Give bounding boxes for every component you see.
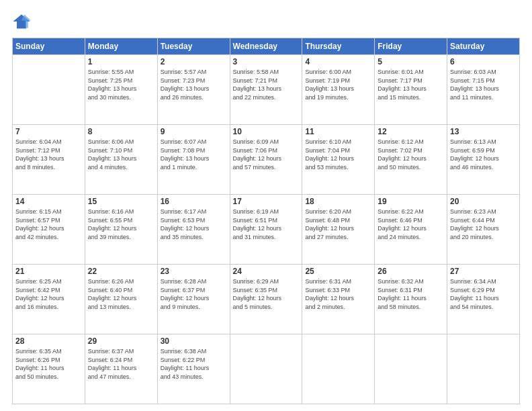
day-info: Sunrise: 6:04 AM Sunset: 7:12 PM Dayligh…	[15, 138, 82, 171]
page: SundayMondayTuesdayWednesdayThursdayFrid…	[0, 0, 532, 411]
calendar-cell	[302, 334, 375, 404]
day-number: 10	[233, 127, 300, 136]
day-info: Sunrise: 6:28 AM Sunset: 6:37 PM Dayligh…	[161, 277, 227, 311]
day-info: Sunrise: 6:16 AM Sunset: 6:55 PM Dayligh…	[88, 208, 154, 241]
calendar-cell: 5Sunrise: 6:01 AM Sunset: 7:17 PM Daylig…	[375, 55, 447, 125]
day-info: Sunrise: 6:13 AM Sunset: 6:59 PM Dayligh…	[450, 138, 517, 171]
day-info: Sunrise: 6:25 AM Sunset: 6:42 PM Dayligh…	[15, 277, 82, 311]
day-number: 29	[88, 336, 154, 346]
header	[12, 12, 520, 31]
day-number: 23	[161, 267, 227, 276]
calendar-cell: 10Sunrise: 6:09 AM Sunset: 7:06 PM Dayli…	[230, 125, 302, 195]
day-info: Sunrise: 6:15 AM Sunset: 6:57 PM Dayligh…	[15, 208, 82, 241]
day-number: 3	[233, 57, 300, 66]
day-number: 21	[15, 267, 82, 276]
calendar-cell: 7Sunrise: 6:04 AM Sunset: 7:12 PM Daylig…	[13, 125, 85, 195]
calendar-cell: 24Sunrise: 6:29 AM Sunset: 6:35 PM Dayli…	[230, 265, 302, 334]
day-number: 25	[305, 267, 371, 276]
day-info: Sunrise: 6:09 AM Sunset: 7:06 PM Dayligh…	[233, 138, 300, 171]
day-number: 28	[15, 336, 82, 346]
day-info: Sunrise: 6:23 AM Sunset: 6:44 PM Dayligh…	[450, 208, 517, 241]
logo	[12, 12, 32, 31]
day-info: Sunrise: 5:55 AM Sunset: 7:25 PM Dayligh…	[88, 68, 154, 101]
calendar-cell: 29Sunrise: 6:37 AM Sunset: 6:24 PM Dayli…	[85, 334, 157, 404]
weekday-header: Saturday	[447, 38, 520, 55]
day-info: Sunrise: 6:31 AM Sunset: 6:33 PM Dayligh…	[305, 277, 371, 311]
day-number: 4	[305, 57, 371, 66]
day-info: Sunrise: 6:22 AM Sunset: 6:46 PM Dayligh…	[378, 208, 444, 241]
day-number: 16	[161, 197, 227, 206]
day-number: 8	[88, 127, 154, 136]
day-info: Sunrise: 6:35 AM Sunset: 6:26 PM Dayligh…	[15, 347, 82, 381]
calendar-cell: 2Sunrise: 5:57 AM Sunset: 7:23 PM Daylig…	[157, 55, 230, 125]
calendar-cell: 3Sunrise: 5:58 AM Sunset: 7:21 PM Daylig…	[230, 55, 302, 125]
calendar-cell: 15Sunrise: 6:16 AM Sunset: 6:55 PM Dayli…	[85, 195, 157, 265]
calendar-cell: 17Sunrise: 6:19 AM Sunset: 6:51 PM Dayli…	[230, 195, 302, 265]
calendar-cell: 25Sunrise: 6:31 AM Sunset: 6:33 PM Dayli…	[302, 265, 375, 334]
day-info: Sunrise: 5:58 AM Sunset: 7:21 PM Dayligh…	[233, 68, 300, 101]
day-info: Sunrise: 6:01 AM Sunset: 7:17 PM Dayligh…	[378, 68, 444, 101]
day-info: Sunrise: 6:20 AM Sunset: 6:48 PM Dayligh…	[305, 208, 371, 241]
day-number: 1	[88, 57, 154, 66]
weekday-header: Sunday	[13, 38, 85, 55]
calendar-cell: 16Sunrise: 6:17 AM Sunset: 6:53 PM Dayli…	[157, 195, 230, 265]
day-info: Sunrise: 6:29 AM Sunset: 6:35 PM Dayligh…	[233, 277, 300, 311]
day-number: 5	[378, 57, 444, 66]
day-info: Sunrise: 6:19 AM Sunset: 6:51 PM Dayligh…	[233, 208, 300, 241]
calendar-cell: 21Sunrise: 6:25 AM Sunset: 6:42 PM Dayli…	[13, 265, 85, 334]
day-number: 9	[161, 127, 227, 136]
day-number: 11	[305, 127, 371, 136]
calendar-cell	[375, 334, 447, 404]
calendar-cell: 6Sunrise: 6:03 AM Sunset: 7:15 PM Daylig…	[447, 55, 520, 125]
weekday-header: Monday	[85, 38, 157, 55]
calendar-cell: 1Sunrise: 5:55 AM Sunset: 7:25 PM Daylig…	[85, 55, 157, 125]
calendar-cell: 12Sunrise: 6:12 AM Sunset: 7:02 PM Dayli…	[375, 125, 447, 195]
calendar-cell: 20Sunrise: 6:23 AM Sunset: 6:44 PM Dayli…	[447, 195, 520, 265]
day-info: Sunrise: 6:34 AM Sunset: 6:29 PM Dayligh…	[450, 277, 517, 311]
calendar-week-row: 1Sunrise: 5:55 AM Sunset: 7:25 PM Daylig…	[13, 55, 520, 125]
calendar-cell: 8Sunrise: 6:06 AM Sunset: 7:10 PM Daylig…	[85, 125, 157, 195]
calendar-cell: 30Sunrise: 6:38 AM Sunset: 6:22 PM Dayli…	[157, 334, 230, 404]
day-info: Sunrise: 6:37 AM Sunset: 6:24 PM Dayligh…	[88, 347, 154, 381]
day-number: 22	[88, 267, 154, 276]
day-number: 24	[233, 267, 300, 276]
day-number: 20	[450, 197, 517, 206]
calendar-cell	[13, 55, 85, 125]
calendar-cell	[230, 334, 302, 404]
calendar-week-row: 7Sunrise: 6:04 AM Sunset: 7:12 PM Daylig…	[13, 125, 520, 195]
day-info: Sunrise: 6:10 AM Sunset: 7:04 PM Dayligh…	[305, 138, 371, 171]
calendar: SundayMondayTuesdayWednesdayThursdayFrid…	[12, 38, 520, 404]
day-info: Sunrise: 5:57 AM Sunset: 7:23 PM Dayligh…	[161, 68, 227, 101]
day-number: 14	[15, 197, 82, 206]
calendar-cell: 26Sunrise: 6:32 AM Sunset: 6:31 PM Dayli…	[375, 265, 447, 334]
calendar-cell: 23Sunrise: 6:28 AM Sunset: 6:37 PM Dayli…	[157, 265, 230, 334]
calendar-header-row: SundayMondayTuesdayWednesdayThursdayFrid…	[13, 38, 520, 55]
weekday-header: Friday	[375, 38, 447, 55]
calendar-cell	[447, 334, 520, 404]
weekday-header: Wednesday	[230, 38, 302, 55]
calendar-cell: 13Sunrise: 6:13 AM Sunset: 6:59 PM Dayli…	[447, 125, 520, 195]
day-number: 27	[450, 267, 517, 276]
day-number: 2	[161, 57, 227, 66]
day-number: 15	[88, 197, 154, 206]
calendar-cell: 18Sunrise: 6:20 AM Sunset: 6:48 PM Dayli…	[302, 195, 375, 265]
day-number: 7	[15, 127, 82, 136]
day-number: 17	[233, 197, 300, 206]
day-number: 26	[378, 267, 444, 276]
calendar-cell: 4Sunrise: 6:00 AM Sunset: 7:19 PM Daylig…	[302, 55, 375, 125]
day-info: Sunrise: 6:32 AM Sunset: 6:31 PM Dayligh…	[378, 277, 444, 311]
calendar-cell: 9Sunrise: 6:07 AM Sunset: 7:08 PM Daylig…	[157, 125, 230, 195]
day-info: Sunrise: 6:00 AM Sunset: 7:19 PM Dayligh…	[305, 68, 371, 101]
calendar-week-row: 28Sunrise: 6:35 AM Sunset: 6:26 PM Dayli…	[13, 334, 520, 404]
calendar-cell: 27Sunrise: 6:34 AM Sunset: 6:29 PM Dayli…	[447, 265, 520, 334]
weekday-header: Tuesday	[157, 38, 230, 55]
calendar-cell: 11Sunrise: 6:10 AM Sunset: 7:04 PM Dayli…	[302, 125, 375, 195]
day-info: Sunrise: 6:12 AM Sunset: 7:02 PM Dayligh…	[378, 138, 444, 171]
day-info: Sunrise: 6:17 AM Sunset: 6:53 PM Dayligh…	[161, 208, 227, 241]
weekday-header: Thursday	[302, 38, 375, 55]
day-number: 12	[378, 127, 444, 136]
day-number: 13	[450, 127, 517, 136]
calendar-week-row: 14Sunrise: 6:15 AM Sunset: 6:57 PM Dayli…	[13, 195, 520, 265]
logo-icon	[12, 12, 31, 31]
day-number: 6	[450, 57, 517, 66]
